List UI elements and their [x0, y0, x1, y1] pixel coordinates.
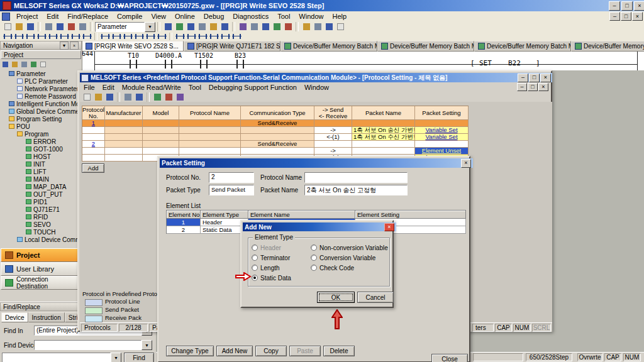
- column-header[interactable]: Protocol No.: [82, 106, 105, 120]
- radio-length[interactable]: Length: [252, 264, 280, 272]
- tree-item[interactable]: INIT: [0, 160, 82, 168]
- radio-non-conversion-variable[interactable]: Non-conversion Variable: [311, 244, 388, 251]
- tab-device-monitor-1[interactable]: Device/Buffer Memory Batch M...: [280, 41, 377, 52]
- menu-debug[interactable]: Debug: [199, 11, 228, 21]
- toolbar-icon[interactable]: [301, 22, 312, 31]
- table-cell[interactable]: [415, 120, 469, 127]
- tab-device-monitor-2[interactable]: Device/Buffer Memory Batch M...: [377, 41, 474, 52]
- packet-setting-link[interactable]: Variable Set: [425, 127, 457, 133]
- table-cell[interactable]: [105, 155, 143, 162]
- sidebar-item-connection-destination[interactable]: Connection Destination: [1, 276, 81, 290]
- packet-setting-link[interactable]: Variable Set: [425, 134, 457, 140]
- restore-button[interactable]: □: [529, 74, 540, 82]
- ladder-line-icon[interactable]: [133, 33, 145, 40]
- close-button[interactable]: ×: [634, 1, 644, 11]
- toolbar-icon[interactable]: [122, 92, 133, 102]
- toolbar-icon[interactable]: [282, 22, 294, 31]
- toolbar-icon[interactable]: [10, 60, 19, 68]
- table-cell[interactable]: [105, 148, 143, 155]
- ladder-instruction-icon[interactable]: [70, 33, 81, 40]
- ladder-coil-icon[interactable]: [47, 33, 58, 40]
- tab-device-monitor-4[interactable]: Device/Buffer Memory Batch M...: [571, 41, 644, 52]
- toolbar-icon[interactable]: [92, 92, 104, 102]
- element-row-number[interactable]: 1: [167, 219, 201, 226]
- toolbar-icon[interactable]: [163, 92, 174, 102]
- table-cell[interactable]: [82, 148, 105, 155]
- column-header[interactable]: Element Type: [201, 211, 248, 219]
- ok-button[interactable]: OK: [317, 292, 355, 303]
- toolbar-icon[interactable]: [19, 60, 29, 68]
- tree-item[interactable]: HOST: [0, 153, 82, 160]
- tab-device[interactable]: Device: [1, 312, 28, 322]
- toolbar-icon[interactable]: [196, 22, 208, 31]
- communication-type-cell[interactable]: Send&Receive: [241, 141, 314, 148]
- receive-direction-cell[interactable]: <-(1): [314, 134, 352, 141]
- ladder-edit-icon[interactable]: [231, 33, 242, 40]
- ladder-contact-icon[interactable]: [13, 33, 25, 40]
- undo-icon[interactable]: [77, 22, 88, 31]
- sidebar-item-user-library[interactable]: User Library: [1, 262, 81, 276]
- table-cell[interactable]: [105, 134, 143, 141]
- communication-type-cell[interactable]: Send&Receive: [241, 120, 314, 127]
- toolbar-icon[interactable]: [174, 92, 186, 102]
- ladder-edit-icon[interactable]: [197, 33, 208, 40]
- tree-item[interactable]: Program Setting: [0, 115, 82, 123]
- ladder-editor[interactable]: 644 T10 D4000.A T1502 B23 [ SET B22 ]: [82, 50, 644, 70]
- table-cell[interactable]: [179, 148, 241, 155]
- table-cell[interactable]: [179, 134, 241, 141]
- column-header[interactable]: Packet Setting: [415, 106, 469, 120]
- tab-device-monitor-3[interactable]: Device/Buffer Memory Batch M...: [474, 41, 571, 52]
- tab-instruction[interactable]: Instruction: [28, 312, 65, 322]
- minimize-button[interactable]: –: [609, 1, 620, 11]
- child-minimize-button[interactable]: –: [517, 83, 527, 91]
- chevron-down-icon[interactable]: ▼: [111, 353, 121, 362]
- ladder-branch-icon[interactable]: [156, 33, 167, 40]
- close-button[interactable]: ×: [384, 223, 394, 231]
- toolbar-icon[interactable]: [185, 22, 196, 31]
- menu-file[interactable]: File: [80, 83, 99, 92]
- element-row-number[interactable]: 2: [167, 226, 201, 234]
- menu-window[interactable]: Window: [301, 83, 333, 92]
- table-cell[interactable]: [82, 155, 105, 162]
- child-restore-button[interactable]: □: [621, 12, 631, 21]
- tree-item[interactable]: SEVO: [0, 221, 82, 228]
- menu-tool[interactable]: Tool: [185, 83, 205, 92]
- column-header[interactable]: Model: [143, 106, 179, 120]
- toolbar-icon[interactable]: [152, 92, 163, 102]
- toolbar-icon[interactable]: [29, 60, 38, 68]
- table-cell[interactable]: [105, 141, 143, 148]
- table-cell[interactable]: [143, 134, 179, 141]
- ladder-branch-icon[interactable]: [145, 33, 156, 40]
- radio-header[interactable]: Header: [252, 244, 281, 251]
- toolbar-icon[interactable]: [248, 22, 260, 31]
- ladder-line-icon[interactable]: [122, 33, 133, 40]
- chevron-down-icon[interactable]: ▼: [142, 340, 152, 350]
- toolbar-icon[interactable]: [162, 22, 174, 31]
- table-cell[interactable]: [82, 134, 105, 141]
- ladder-contact-icon[interactable]: [36, 33, 47, 40]
- tree-item[interactable]: Network Parameter: [0, 85, 82, 92]
- parameter-combo[interactable]: Parameter ▼: [95, 22, 155, 32]
- change-type-button[interactable]: Change Type: [166, 346, 214, 356]
- tree-item[interactable]: Intelligent Function Mod: [0, 100, 82, 107]
- column-header[interactable]: Protocol Name: [179, 106, 241, 120]
- send-direction-cell[interactable]: ->: [314, 148, 352, 155]
- add-new-button[interactable]: Add New: [216, 346, 253, 356]
- table-cell[interactable]: [314, 120, 352, 127]
- menu-online[interactable]: Online: [170, 11, 199, 21]
- menu-tool[interactable]: Tool: [273, 11, 294, 21]
- table-cell[interactable]: [143, 120, 179, 127]
- child-minimize-button[interactable]: –: [609, 12, 620, 21]
- paste-button[interactable]: Paste: [289, 346, 321, 356]
- packet-setting-link[interactable]: Element Unset: [422, 148, 461, 154]
- ladder-coil-icon[interactable]: [58, 33, 70, 40]
- menu-edit[interactable]: Edit: [42, 11, 63, 21]
- table-cell[interactable]: [105, 127, 143, 134]
- tree-item[interactable]: LIFT: [0, 168, 82, 175]
- toolbar-icon[interactable]: [81, 92, 92, 102]
- toolbar-icon[interactable]: [271, 22, 282, 31]
- radio-conversion-variable[interactable]: Conversion Variable: [311, 254, 375, 261]
- protocol-name-field[interactable]: [304, 172, 408, 183]
- save-icon[interactable]: [25, 22, 36, 31]
- protocol-number-link[interactable]: 1: [92, 120, 95, 126]
